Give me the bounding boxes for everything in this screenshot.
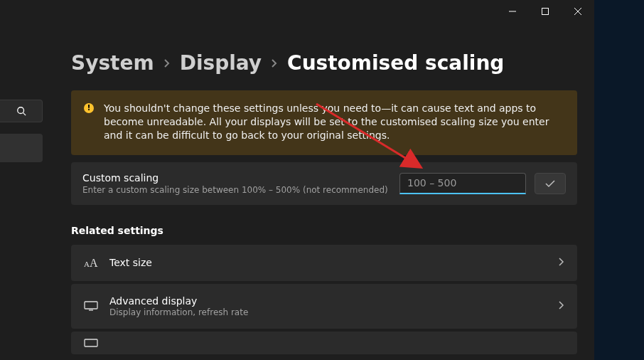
close-button[interactable] bbox=[562, 0, 594, 23]
settings-window: System Display Customised scaling ! You … bbox=[0, 0, 594, 360]
chevron-right-icon bbox=[557, 256, 564, 270]
scaling-input[interactable] bbox=[399, 173, 526, 194]
graphics-icon bbox=[84, 337, 109, 349]
svg-text:A: A bbox=[84, 260, 90, 268]
breadcrumb-current: Customised scaling bbox=[287, 51, 504, 75]
warning-card: ! You shouldn't change these settings un… bbox=[71, 90, 577, 155]
svg-text:A: A bbox=[90, 257, 98, 268]
search-button[interactable] bbox=[0, 100, 43, 122]
breadcrumb-display[interactable]: Display bbox=[180, 51, 262, 75]
minimize-button[interactable] bbox=[496, 0, 529, 23]
main-content: System Display Customised scaling ! You … bbox=[43, 23, 594, 360]
breadcrumb: System Display Customised scaling bbox=[71, 51, 577, 75]
svg-point-1 bbox=[17, 107, 23, 114]
monitor-icon bbox=[84, 300, 109, 312]
settings-row-collapsed[interactable] bbox=[71, 332, 577, 354]
advanced-display-title: Advanced display bbox=[109, 295, 557, 307]
sidebar bbox=[0, 23, 43, 360]
text-size-icon: AA bbox=[84, 257, 109, 268]
check-icon bbox=[544, 178, 556, 189]
text-size-row[interactable]: AA Text size bbox=[71, 245, 577, 281]
chevron-right-icon bbox=[163, 59, 171, 68]
nav-item-system[interactable] bbox=[0, 134, 43, 162]
custom-scaling-title: Custom scaling bbox=[82, 172, 391, 184]
warning-text: You shouldn't change these settings unle… bbox=[104, 102, 563, 142]
svg-rect-4 bbox=[85, 302, 97, 309]
related-settings-header: Related settings bbox=[71, 225, 577, 236]
chevron-right-icon bbox=[557, 300, 564, 313]
title-bar bbox=[0, 0, 594, 23]
warning-icon: ! bbox=[84, 103, 94, 113]
maximize-button[interactable] bbox=[529, 0, 562, 23]
svg-rect-5 bbox=[85, 339, 97, 346]
text-size-title: Text size bbox=[109, 257, 557, 268]
svg-rect-0 bbox=[542, 9, 549, 15]
breadcrumb-system[interactable]: System bbox=[71, 51, 154, 75]
advanced-display-sub: Display information, refresh rate bbox=[109, 307, 557, 317]
apply-button[interactable] bbox=[535, 173, 566, 194]
search-icon bbox=[16, 106, 26, 116]
custom-scaling-sub: Enter a custom scaling size between 100%… bbox=[82, 185, 391, 195]
advanced-display-row[interactable]: Advanced display Display information, re… bbox=[71, 284, 577, 329]
chevron-right-icon bbox=[270, 59, 279, 68]
custom-scaling-card: Custom scaling Enter a custom scaling si… bbox=[71, 162, 577, 205]
